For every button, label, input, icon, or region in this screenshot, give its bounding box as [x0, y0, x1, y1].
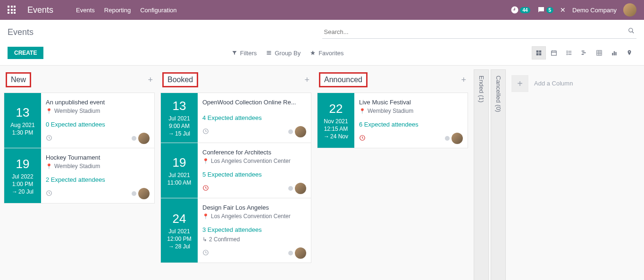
card-attendees[interactable]: 2 Expected attendees	[46, 176, 150, 183]
card-attendees[interactable]: 4 Expected attendees	[202, 114, 306, 121]
breadcrumb: Events	[8, 27, 33, 37]
card-month-year: Jul 2021	[168, 172, 190, 178]
priority-dot[interactable]	[288, 129, 293, 134]
assignee-avatar[interactable]	[295, 126, 306, 137]
kanban-card[interactable]: 13 Jul 2021 9:00 AM 15 Jul OpenWood Coll…	[160, 93, 311, 143]
map-pin-icon: 📍	[359, 108, 366, 114]
add-column-button[interactable]: +	[511, 75, 528, 92]
card-day: 22	[329, 102, 343, 116]
add-column-area: + Add a Column	[508, 69, 573, 92]
card-body: Design Fair Los Angeles 📍Los Angeles Con…	[198, 198, 311, 263]
activity-icon[interactable]	[46, 190, 52, 198]
activity-icon[interactable]	[359, 135, 366, 143]
column-quick-create[interactable]: +	[461, 75, 466, 85]
card-title: An unpublished event	[46, 99, 140, 106]
card-location: 📍Los Angeles Convention Center	[202, 213, 306, 220]
card-date-panel: 13 Jul 2021 9:00 AM 15 Jul	[161, 93, 198, 143]
company-name[interactable]: Demo Company	[572, 7, 617, 14]
assignee-avatar[interactable]	[138, 188, 150, 199]
priority-dot[interactable]	[132, 191, 136, 196]
kanban-column: New+ 13 Aug 2021 1:30 PM An unpublished …	[4, 69, 155, 204]
svg-rect-7	[536, 53, 539, 56]
kanban-card[interactable]: 24 Jul 2021 12:00 PM 28 Jul Design Fair …	[160, 198, 311, 263]
nav-link-events[interactable]: Events	[76, 7, 95, 14]
card-date-panel: 19 Jul 2021 11:00 AM	[161, 143, 198, 198]
card-attendees[interactable]: 6 Expected attendees	[359, 121, 463, 128]
view-gantt[interactable]	[577, 46, 591, 59]
priority-dot[interactable]	[288, 186, 293, 191]
kanban-column: Booked+ 13 Jul 2021 9:00 AM 15 Jul OpenW…	[160, 69, 311, 263]
column-title[interactable]: Announced	[319, 72, 368, 87]
card-end-date: 15 Jul	[168, 130, 190, 137]
kanban-card[interactable]: 22 Nov 2021 12:15 AM 24 Nov Live Music F…	[317, 93, 468, 148]
card-body: Live Music Festival 📍Wembley Stadium 6 E…	[354, 93, 468, 148]
view-map[interactable]	[622, 46, 636, 59]
folded-column-label: Cancelled (0)	[495, 76, 502, 112]
nav-link-configuration[interactable]: Configuration	[140, 7, 176, 14]
apps-icon[interactable]	[8, 6, 16, 14]
activities-badge: 44	[520, 7, 530, 13]
folded-column[interactable]: Ended (1)	[474, 69, 489, 280]
svg-rect-29	[615, 52, 616, 55]
view-pivot[interactable]	[592, 46, 606, 59]
kanban-card[interactable]: 19 Jul 2022 1:00 PM 20 Jul Hockey Tourna…	[4, 148, 155, 204]
card-attendees[interactable]: 3 Expected attendees	[202, 226, 306, 233]
column-quick-create[interactable]: +	[304, 75, 309, 85]
card-attendees[interactable]: 5 Expected attendees	[202, 171, 306, 178]
activities-button[interactable]: 44	[510, 6, 530, 14]
kanban-column: Announced+ 22 Nov 2021 12:15 AM 24 Nov L…	[317, 69, 468, 148]
assignee-avatar[interactable]	[295, 247, 306, 259]
priority-dot[interactable]	[445, 136, 450, 141]
user-avatar[interactable]	[623, 3, 636, 17]
view-calendar[interactable]	[547, 46, 561, 59]
card-end-date: 28 Jul	[168, 243, 190, 250]
card-month-year: Aug 2021	[10, 122, 34, 128]
column-title[interactable]: Booked	[162, 72, 198, 87]
filters-button[interactable]: Filters	[232, 50, 257, 57]
svg-rect-5	[536, 51, 539, 53]
view-kanban[interactable]	[532, 46, 546, 59]
card-end-date: 24 Nov	[324, 133, 348, 140]
card-body: Hockey Tournament 📍Wembley Stadium 2 Exp…	[41, 148, 154, 203]
activity-icon[interactable]	[202, 185, 209, 193]
folded-column-label: Ended (1)	[478, 76, 485, 102]
svg-rect-16	[568, 52, 571, 53]
column-title[interactable]: New	[6, 72, 31, 87]
kanban-card[interactable]: 13 Aug 2021 1:30 PM An unpublished event…	[4, 93, 155, 148]
app-brand: Events	[27, 5, 53, 15]
assignee-avatar[interactable]	[138, 133, 150, 144]
kanban-card[interactable]: 19 Jul 2021 11:00 AM Conference for Arch…	[160, 143, 311, 198]
card-attendees[interactable]: 0 Expected attendees	[46, 121, 150, 128]
view-list[interactable]	[562, 46, 576, 59]
card-title: Conference for Architects	[202, 149, 297, 156]
column-quick-create[interactable]: +	[148, 75, 153, 85]
debug-icon[interactable]: ✕	[560, 6, 566, 14]
search-icon[interactable]	[628, 27, 635, 35]
map-pin-icon: 📍	[46, 108, 52, 114]
nav-links: Events Reporting Configuration	[76, 7, 176, 14]
messages-button[interactable]: 5	[537, 6, 554, 14]
chat-icon	[537, 6, 545, 14]
priority-dot[interactable]	[132, 136, 136, 141]
funnel-icon	[232, 50, 237, 56]
activity-icon[interactable]	[202, 128, 209, 136]
control-panel: Events CREATE Filters Group By Favorites	[0, 20, 644, 66]
create-button[interactable]: CREATE	[8, 47, 43, 59]
nav-link-reporting[interactable]: Reporting	[104, 7, 131, 14]
folded-column[interactable]: Cancelled (0)	[491, 69, 506, 280]
card-time: 11:00 AM	[167, 179, 192, 186]
favorites-button[interactable]: Favorites	[310, 50, 343, 57]
assignee-avatar[interactable]	[452, 133, 463, 144]
activity-icon[interactable]	[46, 135, 52, 143]
add-column-label[interactable]: Add a Column	[534, 75, 573, 87]
groupby-button[interactable]: Group By	[266, 50, 301, 57]
card-day: 24	[173, 212, 186, 226]
kanban-board: New+ 13 Aug 2021 1:30 PM An unpublished …	[0, 66, 644, 280]
svg-rect-4	[267, 54, 271, 55]
search-input[interactable]	[322, 25, 637, 39]
priority-dot[interactable]	[288, 251, 293, 255]
svg-point-0	[629, 28, 633, 32]
view-graph[interactable]	[607, 46, 621, 59]
assignee-avatar[interactable]	[295, 183, 306, 194]
activity-icon[interactable]	[202, 249, 209, 257]
